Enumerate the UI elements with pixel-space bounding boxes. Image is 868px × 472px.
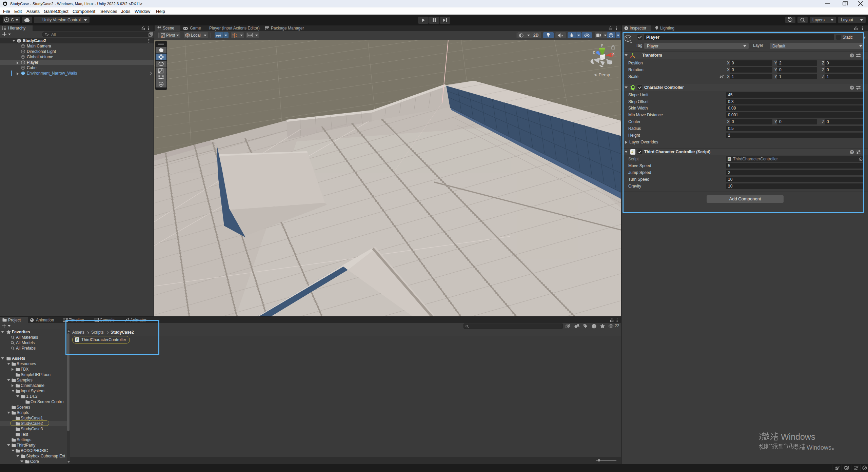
svg-text:z: z <box>593 50 595 55</box>
svg-text:x: x <box>612 51 615 56</box>
svg-text:⋖ Persp: ⋖ Persp <box>594 72 610 77</box>
svg-text:Windows: Windows <box>781 432 815 441</box>
svg-text:y: y <box>601 42 603 47</box>
svg-text:Windows: Windows <box>807 444 831 451</box>
svg-text:Y: Y <box>218 36 220 38</box>
